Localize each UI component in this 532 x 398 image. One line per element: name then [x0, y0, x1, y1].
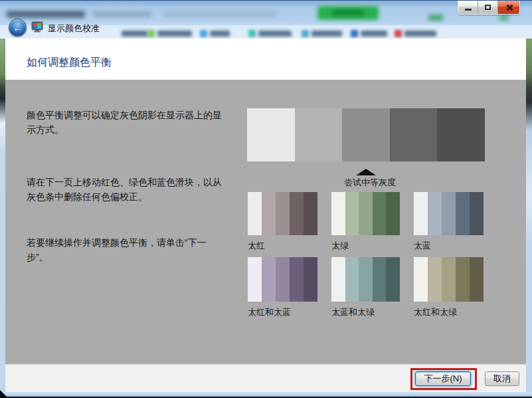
blurred-green-button-text	[332, 10, 364, 15]
cancel-button[interactable]: 取消	[485, 371, 519, 386]
blurred-toolbar-item	[258, 31, 292, 37]
swatch-label: 太红和太蓝	[248, 306, 317, 318]
heading-band: 如何调整颜色平衡	[5, 39, 526, 80]
next-button[interactable]: 下一步(N)	[415, 371, 471, 386]
swatch-strip	[248, 192, 317, 235]
window-glass-border-right	[526, 39, 532, 392]
swatch-too-blue-green: 太蓝和太绿	[331, 257, 400, 318]
page-title: 如何调整颜色平衡	[27, 56, 112, 70]
swatch-label: 太蓝和太绿	[331, 306, 400, 318]
blurred-toolbar-item	[157, 31, 192, 37]
blurred-toolbar-item	[122, 31, 148, 37]
blurred-green-badge	[499, 15, 509, 21]
swatch-too-blue: 太蓝	[414, 192, 484, 252]
footer-bar: 下一步(N) 取消	[5, 364, 526, 392]
close-icon	[505, 4, 513, 11]
mouse-cursor	[0, 390, 7, 397]
gray-scale-strip	[247, 108, 485, 161]
blurred-toolbar-icon	[147, 30, 155, 37]
swatch-strip	[331, 257, 400, 302]
instruction-paragraph: 请在下一页上移动红色、绿色和蓝色滑块，以从灰色条中删除任何色偏校正。	[27, 175, 227, 204]
blurred-toolbar-icon	[200, 30, 207, 37]
instruction-paragraph: 若要继续操作并调整颜色平衡，请单击“下一步”。	[27, 235, 227, 264]
blurred-toolbar-icon	[395, 30, 402, 37]
instruction-paragraph: 颜色平衡调整可以确定灰色阴影在显示器上的显示方式。	[27, 108, 227, 137]
swatch-label: 太蓝	[414, 240, 484, 252]
display-calibration-icon	[31, 21, 43, 35]
swatch-strip	[248, 257, 317, 302]
medium-gray-marker-icon	[356, 169, 376, 175]
swatch-too-green: 太绿	[331, 192, 400, 252]
swatch-too-red-blue: 太红和太蓝	[248, 257, 317, 318]
close-button[interactable]	[498, 1, 519, 14]
blurred-toolbar-icon	[302, 30, 309, 37]
swatch-strip	[414, 257, 484, 302]
window-controls	[458, 1, 520, 15]
blurred-toolbar-item	[311, 31, 342, 37]
swatch-label: 太绿	[331, 240, 400, 252]
window-title: 显示颜色校准	[48, 23, 100, 35]
swatch-strip	[331, 192, 400, 235]
window-glass-border-left	[0, 39, 5, 392]
swatch-label: 太红和太绿	[414, 306, 484, 318]
calibration-wizard-page: 如何调整颜色平衡 颜色平衡调整可以确定灰色阴影在显示器上的显示方式。 请在下一页…	[5, 39, 526, 392]
swatch-too-red-green: 太红和太绿	[414, 257, 484, 318]
maximize-icon	[485, 5, 491, 10]
swatch-strip	[414, 192, 484, 235]
blurred-green-badge	[428, 15, 443, 21]
window-glass-titlebar: ← 显示颜色校准	[0, 0, 532, 39]
blurred-toolbar-item	[404, 31, 436, 37]
maximize-button[interactable]	[478, 1, 498, 14]
swatch-label: 太红	[248, 240, 317, 252]
blurred-titlebar-text	[165, 11, 276, 17]
medium-gray-marker-label: 尝试中等灰度	[336, 177, 404, 189]
swatch-too-red: 太红	[248, 192, 317, 252]
blurred-toolbar-item	[210, 31, 230, 37]
blurred-toolbar-icon	[351, 30, 358, 37]
blurred-toolbar-item	[361, 31, 387, 37]
minimize-button[interactable]	[458, 1, 478, 14]
window-glass-border-bottom	[0, 392, 532, 398]
back-button[interactable]: ←	[9, 19, 27, 37]
blurred-toolbar-icon	[248, 30, 256, 37]
minimize-icon	[465, 9, 472, 11]
blurred-titlebar-text	[7, 11, 85, 18]
blurred-titlebar-text	[93, 11, 151, 17]
